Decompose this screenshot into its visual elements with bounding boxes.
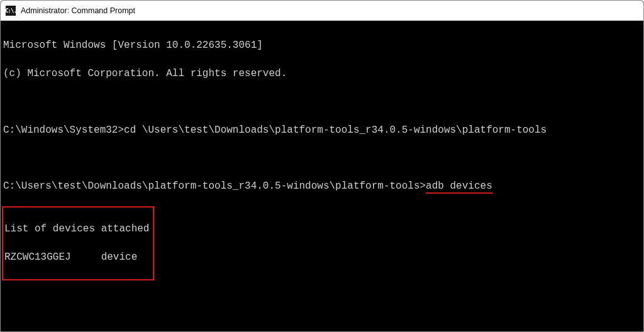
- terminal-output-area[interactable]: Microsoft Windows [Version 10.0.22635.30…: [1, 21, 643, 331]
- banner-line: (c) Microsoft Corporation. All rights re…: [3, 67, 641, 80]
- highlighted-command: adb devices: [426, 181, 492, 194]
- command-text: cd \Users\test\Downloads\platform-tools_…: [124, 124, 547, 136]
- highlighted-output-box: List of devices attached RZCWC13GGEJ dev…: [2, 206, 154, 280]
- banner-line: Microsoft Windows [Version 10.0.22635.30…: [3, 38, 641, 52]
- blank-line: [3, 280, 641, 294]
- titlebar[interactable]: C:\. Administrator: Command Prompt: [1, 1, 643, 21]
- cmd-icon: C:\.: [6, 6, 16, 16]
- command-prompt-window: C:\. Administrator: Command Prompt Micro…: [0, 0, 644, 332]
- prompt-text: C:\Users\test\Downloads\platform-tools_r…: [3, 180, 426, 192]
- output-header: List of devices attached: [4, 222, 149, 236]
- window-title: Administrator: Command Prompt: [21, 6, 135, 15]
- blank-line: [3, 309, 641, 323]
- device-row: RZCWC13GGEJ device: [4, 250, 149, 264]
- prompt-line: C:\Users\test\Downloads\platform-tools_r…: [3, 179, 641, 194]
- blank-line: [3, 152, 641, 165]
- prompt-line: C:\Windows\System32>cd \Users\test\Downl…: [3, 123, 641, 137]
- blank-line: [3, 95, 641, 109]
- prompt-text: C:\Windows\System32>: [3, 124, 124, 136]
